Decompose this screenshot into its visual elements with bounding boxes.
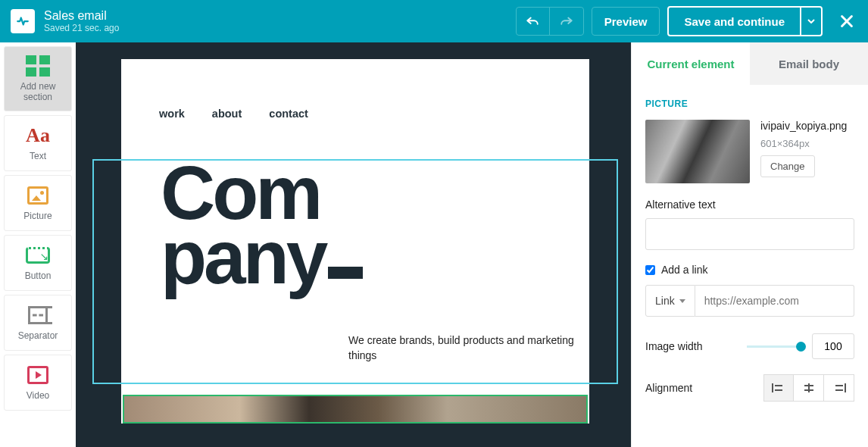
- text-icon: Aa: [26, 124, 50, 147]
- button-icon: [26, 247, 50, 264]
- separator-icon: [28, 306, 48, 324]
- sidebar-item-add-section[interactable]: Add new section: [4, 46, 72, 111]
- sidebar-item-label: Separator: [18, 330, 58, 341]
- sidebar-item-label: Button: [25, 270, 52, 281]
- video-icon: [27, 366, 48, 384]
- sidebar-item-label: Text: [30, 151, 46, 161]
- element-sidebar: Add new section Aa Text Picture Button S…: [0, 42, 76, 447]
- alt-text-label: Alternative text: [645, 198, 854, 211]
- align-right-button[interactable]: [824, 374, 854, 402]
- redo-button[interactable]: [550, 8, 583, 35]
- panel-section-title: PICTURE: [645, 98, 854, 109]
- document-title: Sales email: [44, 9, 119, 23]
- email-nav: work about contact: [121, 59, 589, 159]
- change-image-button[interactable]: Change: [760, 155, 815, 177]
- sidebar-item-picture[interactable]: Picture: [4, 175, 72, 231]
- tab-current-element[interactable]: Current element: [632, 42, 750, 85]
- grid-icon: [26, 55, 50, 77]
- tab-email-body[interactable]: Email body: [750, 42, 868, 85]
- image-section-selected[interactable]: [123, 395, 588, 424]
- image-width-label: Image width: [645, 340, 747, 352]
- save-status: Saved 21 sec. ago: [44, 23, 119, 33]
- save-dropdown-button[interactable]: [801, 8, 821, 35]
- align-left-icon: [772, 383, 785, 393]
- add-link-label: Add a link: [661, 264, 707, 276]
- hero-heading: Com pany: [123, 161, 588, 289]
- sidebar-item-label: Add new section: [5, 81, 71, 103]
- align-left-button[interactable]: [763, 374, 794, 402]
- app-logo: [11, 9, 35, 33]
- link-type-dropdown[interactable]: Link: [645, 285, 695, 317]
- align-right-icon: [832, 383, 846, 393]
- hero-section-selected[interactable]: Com pany We create brands, build product…: [92, 159, 618, 384]
- image-filename: ivipaiv_kopiya.png: [760, 120, 847, 132]
- link-url-input[interactable]: [695, 285, 854, 317]
- alt-text-input[interactable]: [645, 218, 854, 250]
- hero-line2: pany: [161, 214, 325, 299]
- alignment-label: Alignment: [645, 382, 763, 394]
- picture-icon: [27, 186, 48, 205]
- image-width-slider[interactable]: [747, 345, 804, 348]
- properties-panel: Current element Email body PICTURE ivipa…: [631, 42, 868, 447]
- sidebar-item-label: Picture: [23, 211, 52, 221]
- save-continue-button[interactable]: Save and continue: [669, 8, 801, 35]
- sidebar-item-button[interactable]: Button: [4, 235, 72, 291]
- preview-button[interactable]: Preview: [592, 7, 660, 36]
- image-dimensions: 601×364px: [760, 138, 847, 149]
- image-width-input[interactable]: [812, 333, 854, 359]
- sidebar-item-text[interactable]: Aa Text: [4, 115, 72, 171]
- add-link-checkbox[interactable]: [645, 265, 655, 275]
- sidebar-item-label: Video: [27, 390, 49, 401]
- close-button[interactable]: [836, 11, 857, 32]
- align-center-icon: [802, 383, 816, 393]
- nav-link[interactable]: work: [159, 108, 185, 120]
- align-center-button[interactable]: [794, 374, 824, 402]
- sidebar-item-separator[interactable]: Separator: [4, 295, 72, 351]
- email-canvas[interactable]: work about contact Com pany We create br…: [76, 42, 631, 447]
- nav-link[interactable]: about: [212, 108, 242, 120]
- sidebar-item-video[interactable]: Video: [4, 355, 72, 411]
- hero-tagline: We create brands, build products and mar…: [123, 289, 588, 383]
- undo-button[interactable]: [517, 8, 550, 35]
- nav-link[interactable]: contact: [269, 108, 308, 120]
- image-thumbnail: [645, 120, 750, 183]
